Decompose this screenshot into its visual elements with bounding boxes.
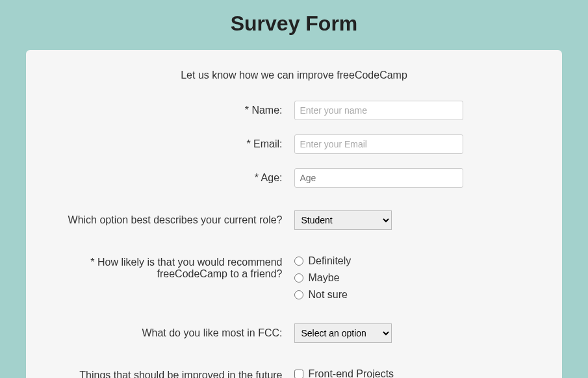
age-input[interactable] [294, 168, 463, 188]
radio-notsure-label: Not sure [309, 289, 348, 301]
intro-text: Let us know how we can improve freeCodeC… [52, 69, 536, 81]
row-age: * Age: [52, 168, 536, 188]
row-email: * Email: [52, 134, 536, 154]
row-recommend: * How likely is that you would recommend… [52, 253, 536, 301]
checkbox-frontend[interactable]: Front-end Projects [294, 368, 537, 378]
survey-form-card: Let us know how we can improve freeCodeC… [26, 50, 562, 378]
radio-definitely-label: Definitely [309, 255, 352, 267]
radio-definitely-input[interactable] [294, 257, 303, 266]
checkbox-frontend-label: Front-end Projects [309, 368, 394, 378]
row-name: * Name: [52, 101, 536, 120]
row-like: What do you like most in FCC: Select an … [52, 323, 536, 343]
radio-maybe-label: Maybe [309, 272, 340, 284]
radio-maybe[interactable]: Maybe [294, 272, 537, 284]
radio-notsure-input[interactable] [294, 290, 303, 299]
like-select[interactable]: Select an option [294, 323, 392, 343]
page-title: Survey Form [0, 0, 588, 50]
role-label: Which option best describes your current… [52, 210, 294, 226]
name-input[interactable] [294, 101, 463, 120]
age-label: * Age: [52, 168, 294, 184]
checkbox-frontend-input[interactable] [294, 370, 303, 378]
like-label: What do you like most in FCC: [52, 323, 294, 339]
row-role: Which option best describes your current… [52, 210, 536, 230]
radio-notsure[interactable]: Not sure [294, 289, 537, 301]
radio-definitely[interactable]: Definitely [294, 255, 537, 267]
radio-maybe-input[interactable] [294, 273, 303, 283]
name-label: * Name: [52, 101, 294, 116]
recommend-label: * How likely is that you would recommend… [52, 253, 294, 280]
improve-checkbox-group: Front-end Projects Back-end Projects Dat… [294, 366, 537, 378]
email-input[interactable] [294, 134, 463, 154]
role-select[interactable]: Student [294, 210, 392, 230]
row-improve: Things that should be improved in the fu… [52, 366, 536, 378]
email-label: * Email: [52, 134, 294, 150]
improve-label: Things that should be improved in the fu… [52, 366, 294, 378]
recommend-radio-group: Definitely Maybe Not sure [294, 253, 537, 301]
